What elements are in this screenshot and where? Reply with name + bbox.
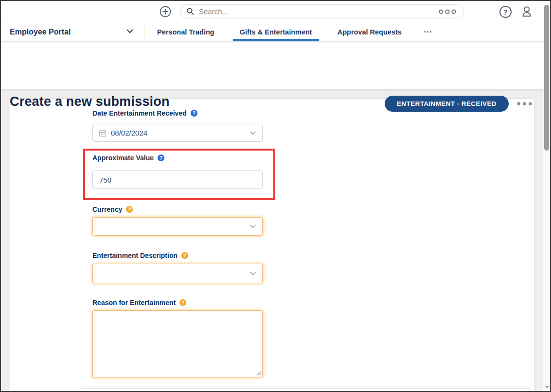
approximate-value-input[interactable]	[92, 170, 263, 189]
tab-gifts-entertainment[interactable]: Gifts & Entertainment	[233, 22, 319, 41]
more-tabs-button[interactable]	[421, 22, 434, 41]
search-bar[interactable]	[180, 4, 464, 18]
date-received-label: Date Entertainment Received	[92, 109, 187, 117]
question-circle-icon: ?	[499, 6, 512, 18]
search-input[interactable]	[199, 7, 438, 16]
active-tab-indicator	[233, 39, 319, 41]
tab-list: Personal Trading Gifts & Entertainment A…	[144, 22, 434, 41]
profile-button[interactable]	[518, 4, 535, 19]
tab-personal-trading[interactable]: Personal Trading	[150, 22, 221, 41]
submission-form-card: Date Entertainment Received ? 08/02/2024	[10, 98, 534, 391]
approximate-value-label: Approximate Value	[92, 154, 154, 162]
scrollbar-down-arrow-icon[interactable]	[545, 386, 550, 389]
bottom-divider	[81, 388, 531, 389]
plus-circle-icon	[159, 5, 172, 18]
entertainment-description-label: Entertainment Description	[92, 252, 178, 259]
help-icon[interactable]: ?	[126, 206, 133, 213]
page-header: Create a new submission ENTERTAINMENT - …	[1, 42, 543, 90]
page-title: Create a new submission	[10, 94, 170, 109]
chevron-down-icon	[250, 272, 256, 275]
chevron-down-icon	[126, 29, 133, 34]
portal-selector[interactable]: Employee Portal	[1, 22, 144, 41]
currency-select[interactable]	[92, 217, 263, 236]
content-area: Date Entertainment Received ? 08/02/2024	[1, 90, 543, 391]
vertical-scrollbar[interactable]	[543, 1, 550, 391]
app-window: ? Employee Portal Personal Trading Gifts	[0, 0, 551, 392]
tab-approval-requests[interactable]: Approval Requests	[331, 22, 409, 41]
more-actions-icon[interactable]	[517, 96, 532, 112]
help-icon[interactable]: ?	[191, 110, 197, 117]
help-icon[interactable]: ?	[181, 252, 188, 259]
date-received-value: 08/02/2024	[111, 129, 147, 137]
entertainment-description-select[interactable]	[92, 264, 263, 283]
submission-type-badge[interactable]: ENTERTAINMENT - RECEIVED	[385, 96, 509, 112]
search-icon	[186, 7, 195, 16]
person-icon	[520, 5, 533, 18]
reason-for-entertainment-label: Reason for Entertainment	[92, 299, 176, 307]
chevron-down-icon	[250, 224, 256, 228]
tabbar: Employee Portal Personal Trading Gifts &…	[1, 22, 543, 42]
chevron-down-icon	[250, 131, 256, 135]
currency-label: Currency	[92, 205, 122, 213]
portal-label: Employee Portal	[10, 28, 71, 36]
scrollbar-thumb[interactable]	[544, 5, 549, 151]
help-icon[interactable]: ?	[158, 154, 164, 161]
topbar: ?	[1, 1, 543, 22]
help-button[interactable]: ?	[498, 4, 513, 19]
calendar-icon	[99, 129, 107, 137]
tab-label: Gifts & Entertainment	[240, 28, 312, 36]
date-received-select[interactable]: 08/02/2024	[92, 124, 263, 142]
tab-label: Personal Trading	[157, 28, 214, 36]
add-button[interactable]	[159, 5, 172, 18]
search-overflow-icon[interactable]	[438, 9, 458, 15]
help-icon[interactable]: ?	[179, 299, 186, 306]
reason-for-entertainment-textarea[interactable]	[92, 310, 263, 377]
tab-label: Approval Requests	[338, 28, 402, 36]
